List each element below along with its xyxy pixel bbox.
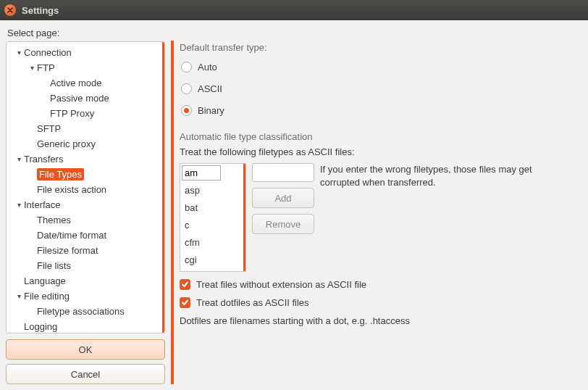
tree-item[interactable]: File lists — [8, 258, 163, 273]
tree-item-label: File editing — [24, 290, 70, 302]
tree-item[interactable]: Language — [8, 273, 163, 289]
tree-item-label: File Types — [37, 168, 84, 181]
tree-item[interactable]: Generic proxy — [8, 136, 163, 152]
tree-item-label: Connection — [24, 46, 72, 59]
tree-item[interactable]: Active mode — [8, 75, 163, 91]
tree-item-label: Filetype associations — [37, 305, 125, 318]
tree-item-label: Passive mode — [50, 92, 109, 104]
tree-item-label: Themes — [37, 214, 71, 226]
tree-item[interactable]: Filetype associations — [8, 304, 163, 319]
add-button[interactable]: Add — [252, 188, 314, 208]
tree-item-label: FTP Proxy — [50, 107, 94, 120]
filetype-item[interactable]: asp — [180, 181, 245, 199]
filetype-warning: If you enter the wrong filetypes, those … — [320, 163, 552, 188]
tree-item-label: FTP — [37, 62, 55, 74]
dialog-body: Select page: ▾Connection▾FTPActive modeP… — [0, 20, 588, 390]
expand-icon: ▾ — [27, 64, 37, 72]
page-tree[interactable]: ▾Connection▾FTPActive modePassive modeFT… — [6, 41, 165, 333]
treat-filetypes-label: Treat the following filetypes as ASCII f… — [180, 146, 582, 157]
ok-button[interactable]: OK — [6, 339, 165, 360]
filetype-item[interactable] — [180, 164, 245, 181]
filetype-item[interactable]: cgi — [180, 251, 245, 268]
radio-label: Auto — [198, 62, 217, 72]
filetype-item[interactable]: cfm — [180, 233, 245, 251]
checkbox-dotfiles[interactable]: Treat dotfiles as ASCII files — [180, 297, 582, 308]
select-page-label: Select page: — [7, 28, 165, 38]
tree-item[interactable]: Filesize format — [8, 243, 163, 258]
tree-item-label: Date/time format — [37, 229, 106, 241]
tree-item[interactable]: File Types — [8, 167, 163, 182]
tree-item-label: Transfers — [24, 153, 63, 165]
tree-item[interactable]: SFTP — [8, 121, 163, 136]
expand-icon: ▾ — [14, 155, 24, 163]
auto-classification-label: Automatic file type classification — [180, 131, 582, 142]
radio-icon — [181, 83, 192, 94]
tree-item[interactable]: Themes — [8, 212, 163, 228]
checkbox-label: Treat dotfiles as ASCII files — [196, 297, 309, 308]
filetype-edit-input[interactable] — [182, 165, 221, 181]
filetype-item[interactable]: c — [180, 216, 245, 233]
tree-item[interactable]: ▾Interface — [8, 197, 163, 212]
tree-item-label: Interface — [24, 199, 61, 211]
tree-item[interactable]: Passive mode — [8, 91, 163, 106]
tree-item-label: Generic proxy — [37, 138, 96, 150]
close-icon[interactable] — [4, 4, 16, 16]
tree-item[interactable]: ▾FTP — [8, 60, 163, 75]
radio-icon — [181, 62, 192, 72]
tree-item-label: File exists action — [37, 183, 106, 196]
tree-item-label: Logging — [24, 320, 57, 333]
tree-item[interactable]: FTP Proxy — [8, 106, 163, 121]
tree-item[interactable]: Date/time format — [8, 228, 163, 243]
radio-auto[interactable]: Auto — [180, 57, 582, 76]
dotfiles-hint: Dotfiles are filenames starting with a d… — [180, 315, 582, 326]
settings-panel: Default transfer type: Auto ASCII Binary… — [171, 41, 582, 384]
default-transfer-label: Default transfer type: — [180, 42, 582, 53]
expand-icon: ▾ — [14, 292, 24, 300]
window-title: Settings — [22, 5, 59, 16]
checkbox-label: Treat files without extension as ASCII f… — [196, 279, 366, 290]
tree-item[interactable]: Logging — [8, 319, 163, 333]
tree-item-label: SFTP — [37, 123, 61, 135]
tree-item-label: Active mode — [50, 77, 102, 89]
titlebar: Settings — [0, 0, 588, 20]
tree-item[interactable]: File exists action — [8, 182, 163, 197]
left-pane: Select page: ▾Connection▾FTPActive modeP… — [6, 25, 165, 384]
filetype-list[interactable]: aspbatccfmcgiconf — [180, 163, 246, 272]
filetype-item[interactable]: bat — [180, 199, 245, 216]
radio-label: ASCII — [198, 83, 222, 94]
expand-icon: ▾ — [14, 49, 24, 57]
radio-ascii[interactable]: ASCII — [180, 79, 582, 98]
tree-item[interactable]: ▾Transfers — [8, 152, 163, 167]
tree-item[interactable]: ▾File editing — [8, 289, 163, 304]
expand-icon: ▾ — [14, 201, 24, 209]
checkbox-noext[interactable]: Treat files without extension as ASCII f… — [180, 279, 582, 290]
new-filetype-input[interactable] — [252, 163, 314, 182]
tree-item-label: File lists — [37, 260, 71, 272]
tree-item-label: Language — [24, 275, 66, 287]
radio-label: Binary — [198, 105, 224, 116]
remove-button[interactable]: Remove — [252, 214, 314, 234]
checkmark-icon — [180, 279, 190, 290]
filetype-item[interactable]: conf — [180, 268, 245, 272]
checkmark-icon — [180, 297, 190, 308]
cancel-button[interactable]: Cancel — [6, 364, 165, 384]
radio-icon — [181, 105, 192, 116]
radio-binary[interactable]: Binary — [180, 101, 582, 120]
tree-item[interactable]: ▾Connection — [8, 45, 163, 60]
tree-item-label: Filesize format — [37, 244, 98, 257]
